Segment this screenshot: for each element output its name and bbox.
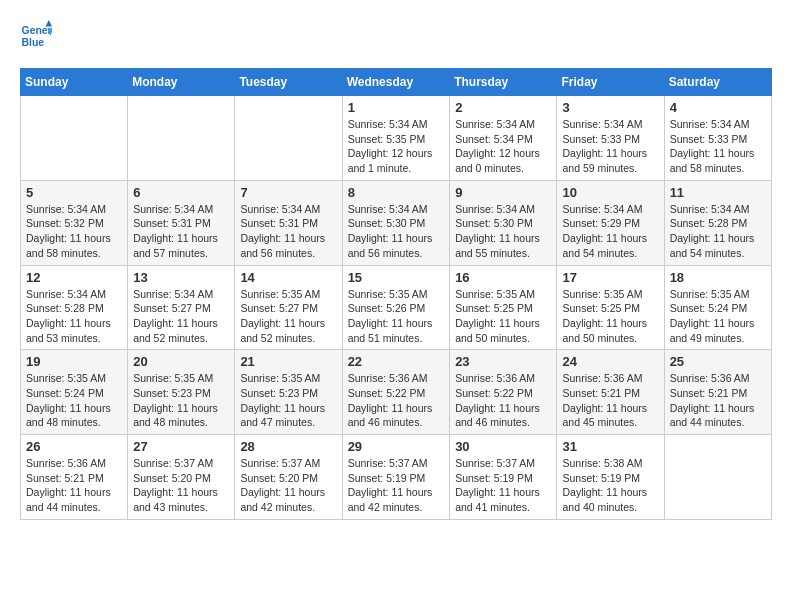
day-info: Sunrise: 5:36 AM Sunset: 5:21 PM Dayligh…: [670, 371, 766, 430]
logo-icon: General Blue: [20, 20, 52, 52]
day-number: 23: [455, 354, 551, 369]
day-info: Sunrise: 5:37 AM Sunset: 5:20 PM Dayligh…: [240, 456, 336, 515]
day-number: 5: [26, 185, 122, 200]
week-row-4: 26Sunrise: 5:36 AM Sunset: 5:21 PM Dayli…: [21, 435, 772, 520]
day-number: 31: [562, 439, 658, 454]
day-number: 3: [562, 100, 658, 115]
day-number: 24: [562, 354, 658, 369]
day-number: 22: [348, 354, 445, 369]
day-info: Sunrise: 5:36 AM Sunset: 5:21 PM Dayligh…: [562, 371, 658, 430]
calendar-cell: 15Sunrise: 5:35 AM Sunset: 5:26 PM Dayli…: [342, 265, 450, 350]
day-number: 13: [133, 270, 229, 285]
header-sunday: Sunday: [21, 69, 128, 96]
day-number: 17: [562, 270, 658, 285]
calendar-cell: 1Sunrise: 5:34 AM Sunset: 5:35 PM Daylig…: [342, 96, 450, 181]
day-number: 6: [133, 185, 229, 200]
calendar-cell: 31Sunrise: 5:38 AM Sunset: 5:19 PM Dayli…: [557, 435, 664, 520]
header-tuesday: Tuesday: [235, 69, 342, 96]
day-number: 9: [455, 185, 551, 200]
day-info: Sunrise: 5:34 AM Sunset: 5:28 PM Dayligh…: [26, 287, 122, 346]
calendar-cell: 12Sunrise: 5:34 AM Sunset: 5:28 PM Dayli…: [21, 265, 128, 350]
day-number: 27: [133, 439, 229, 454]
day-number: 21: [240, 354, 336, 369]
header-thursday: Thursday: [450, 69, 557, 96]
day-info: Sunrise: 5:35 AM Sunset: 5:26 PM Dayligh…: [348, 287, 445, 346]
day-info: Sunrise: 5:34 AM Sunset: 5:28 PM Dayligh…: [670, 202, 766, 261]
calendar-cell: [235, 96, 342, 181]
svg-text:Blue: Blue: [22, 37, 45, 48]
header-monday: Monday: [128, 69, 235, 96]
day-number: 1: [348, 100, 445, 115]
day-number: 20: [133, 354, 229, 369]
calendar-cell: 19Sunrise: 5:35 AM Sunset: 5:24 PM Dayli…: [21, 350, 128, 435]
calendar-header-row: SundayMondayTuesdayWednesdayThursdayFrid…: [21, 69, 772, 96]
day-number: 29: [348, 439, 445, 454]
calendar-cell: 24Sunrise: 5:36 AM Sunset: 5:21 PM Dayli…: [557, 350, 664, 435]
week-row-2: 12Sunrise: 5:34 AM Sunset: 5:28 PM Dayli…: [21, 265, 772, 350]
calendar-cell: 4Sunrise: 5:34 AM Sunset: 5:33 PM Daylig…: [664, 96, 771, 181]
day-info: Sunrise: 5:35 AM Sunset: 5:23 PM Dayligh…: [240, 371, 336, 430]
calendar-cell: 17Sunrise: 5:35 AM Sunset: 5:25 PM Dayli…: [557, 265, 664, 350]
calendar-cell: 9Sunrise: 5:34 AM Sunset: 5:30 PM Daylig…: [450, 180, 557, 265]
day-number: 18: [670, 270, 766, 285]
day-number: 25: [670, 354, 766, 369]
day-number: 10: [562, 185, 658, 200]
week-row-1: 5Sunrise: 5:34 AM Sunset: 5:32 PM Daylig…: [21, 180, 772, 265]
day-info: Sunrise: 5:37 AM Sunset: 5:19 PM Dayligh…: [455, 456, 551, 515]
calendar-cell: 14Sunrise: 5:35 AM Sunset: 5:27 PM Dayli…: [235, 265, 342, 350]
day-number: 19: [26, 354, 122, 369]
day-info: Sunrise: 5:34 AM Sunset: 5:30 PM Dayligh…: [455, 202, 551, 261]
header-wednesday: Wednesday: [342, 69, 450, 96]
calendar-cell: 2Sunrise: 5:34 AM Sunset: 5:34 PM Daylig…: [450, 96, 557, 181]
day-info: Sunrise: 5:34 AM Sunset: 5:32 PM Dayligh…: [26, 202, 122, 261]
calendar-cell: 22Sunrise: 5:36 AM Sunset: 5:22 PM Dayli…: [342, 350, 450, 435]
calendar-cell: 26Sunrise: 5:36 AM Sunset: 5:21 PM Dayli…: [21, 435, 128, 520]
day-number: 26: [26, 439, 122, 454]
day-info: Sunrise: 5:34 AM Sunset: 5:31 PM Dayligh…: [133, 202, 229, 261]
day-number: 30: [455, 439, 551, 454]
page-header: General Blue: [20, 20, 772, 52]
calendar-cell: 11Sunrise: 5:34 AM Sunset: 5:28 PM Dayli…: [664, 180, 771, 265]
day-info: Sunrise: 5:34 AM Sunset: 5:30 PM Dayligh…: [348, 202, 445, 261]
day-info: Sunrise: 5:34 AM Sunset: 5:29 PM Dayligh…: [562, 202, 658, 261]
day-info: Sunrise: 5:37 AM Sunset: 5:20 PM Dayligh…: [133, 456, 229, 515]
day-info: Sunrise: 5:36 AM Sunset: 5:22 PM Dayligh…: [455, 371, 551, 430]
day-info: Sunrise: 5:37 AM Sunset: 5:19 PM Dayligh…: [348, 456, 445, 515]
day-info: Sunrise: 5:35 AM Sunset: 5:27 PM Dayligh…: [240, 287, 336, 346]
calendar-cell: 28Sunrise: 5:37 AM Sunset: 5:20 PM Dayli…: [235, 435, 342, 520]
calendar-cell: 13Sunrise: 5:34 AM Sunset: 5:27 PM Dayli…: [128, 265, 235, 350]
calendar-cell: [128, 96, 235, 181]
calendar-cell: 16Sunrise: 5:35 AM Sunset: 5:25 PM Dayli…: [450, 265, 557, 350]
day-info: Sunrise: 5:34 AM Sunset: 5:33 PM Dayligh…: [670, 117, 766, 176]
calendar-cell: 18Sunrise: 5:35 AM Sunset: 5:24 PM Dayli…: [664, 265, 771, 350]
day-info: Sunrise: 5:38 AM Sunset: 5:19 PM Dayligh…: [562, 456, 658, 515]
svg-text:General: General: [22, 25, 52, 36]
calendar-cell: 29Sunrise: 5:37 AM Sunset: 5:19 PM Dayli…: [342, 435, 450, 520]
header-friday: Friday: [557, 69, 664, 96]
day-number: 16: [455, 270, 551, 285]
day-info: Sunrise: 5:34 AM Sunset: 5:31 PM Dayligh…: [240, 202, 336, 261]
day-number: 7: [240, 185, 336, 200]
calendar-cell: 3Sunrise: 5:34 AM Sunset: 5:33 PM Daylig…: [557, 96, 664, 181]
day-info: Sunrise: 5:35 AM Sunset: 5:23 PM Dayligh…: [133, 371, 229, 430]
day-info: Sunrise: 5:34 AM Sunset: 5:34 PM Dayligh…: [455, 117, 551, 176]
calendar-cell: 5Sunrise: 5:34 AM Sunset: 5:32 PM Daylig…: [21, 180, 128, 265]
calendar-cell: 30Sunrise: 5:37 AM Sunset: 5:19 PM Dayli…: [450, 435, 557, 520]
logo: General Blue: [20, 20, 56, 52]
calendar-table: SundayMondayTuesdayWednesdayThursdayFrid…: [20, 68, 772, 520]
day-number: 2: [455, 100, 551, 115]
week-row-3: 19Sunrise: 5:35 AM Sunset: 5:24 PM Dayli…: [21, 350, 772, 435]
day-number: 15: [348, 270, 445, 285]
day-number: 11: [670, 185, 766, 200]
calendar-cell: 6Sunrise: 5:34 AM Sunset: 5:31 PM Daylig…: [128, 180, 235, 265]
calendar-cell: 7Sunrise: 5:34 AM Sunset: 5:31 PM Daylig…: [235, 180, 342, 265]
week-row-0: 1Sunrise: 5:34 AM Sunset: 5:35 PM Daylig…: [21, 96, 772, 181]
day-info: Sunrise: 5:34 AM Sunset: 5:27 PM Dayligh…: [133, 287, 229, 346]
calendar-cell: 20Sunrise: 5:35 AM Sunset: 5:23 PM Dayli…: [128, 350, 235, 435]
day-info: Sunrise: 5:36 AM Sunset: 5:21 PM Dayligh…: [26, 456, 122, 515]
calendar-cell: 23Sunrise: 5:36 AM Sunset: 5:22 PM Dayli…: [450, 350, 557, 435]
day-info: Sunrise: 5:34 AM Sunset: 5:33 PM Dayligh…: [562, 117, 658, 176]
day-number: 4: [670, 100, 766, 115]
day-info: Sunrise: 5:35 AM Sunset: 5:24 PM Dayligh…: [670, 287, 766, 346]
day-number: 12: [26, 270, 122, 285]
